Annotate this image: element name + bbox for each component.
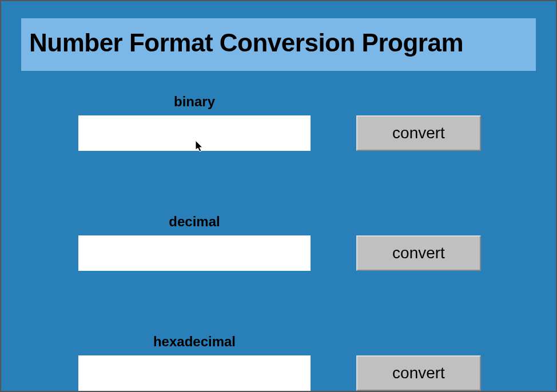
decimal-convert-button[interactable]: convert — [356, 235, 481, 271]
binary-input[interactable] — [78, 115, 311, 151]
title-bar: Number Format Conversion Program — [21, 18, 536, 71]
hexadecimal-convert-button[interactable]: convert — [356, 355, 481, 391]
decimal-label: decimal — [78, 214, 311, 230]
page-title: Number Format Conversion Program — [29, 29, 528, 57]
binary-input-group: binary — [78, 94, 311, 151]
hexadecimal-input[interactable] — [78, 355, 311, 391]
hexadecimal-row: hexadecimal convert — [1, 334, 556, 391]
binary-label: binary — [78, 94, 311, 110]
binary-convert-button[interactable]: convert — [356, 115, 481, 151]
hexadecimal-input-group: hexadecimal — [78, 334, 311, 391]
binary-row: binary convert — [1, 94, 556, 151]
hexadecimal-label: hexadecimal — [78, 334, 311, 350]
form-area: binary convert decimal convert hexadecim… — [1, 82, 556, 391]
decimal-input-group: decimal — [78, 214, 311, 271]
decimal-input[interactable] — [78, 235, 311, 271]
decimal-row: decimal convert — [1, 214, 556, 271]
